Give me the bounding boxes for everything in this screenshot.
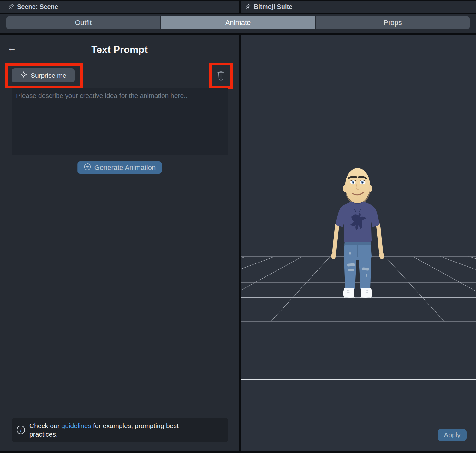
tab-animate[interactable]: Animate	[161, 16, 315, 29]
page-title: Text Prompt	[0, 44, 239, 56]
generate-animation-button[interactable]: Generate Animation	[77, 161, 162, 174]
scene-panel-title: Scene: Scene	[17, 3, 58, 10]
info-text-before: Check our	[29, 422, 62, 429]
tab-outfit[interactable]: Outfit	[6, 16, 160, 29]
surprise-me-label: Surprise me	[31, 72, 66, 79]
clear-prompt-button[interactable]	[214, 68, 228, 83]
ai-swirl-icon	[83, 163, 91, 172]
tab-row: Outfit Animate Props	[0, 14, 476, 33]
viewport-canvas	[241, 35, 476, 451]
3d-viewport[interactable]: Apply	[241, 35, 476, 451]
text-prompt-panel: ← Text Prompt Surprise me	[0, 35, 239, 451]
prompt-input[interactable]	[12, 88, 228, 155]
surprise-me-button[interactable]: Surprise me	[12, 68, 75, 82]
bitmoji-panel-title: Bitmoji Suite	[254, 3, 292, 10]
bitmoji-panel-titlebar: Bitmoji Suite	[241, 0, 476, 13]
tab-group: Outfit Animate Props	[6, 16, 470, 29]
pushpin-icon[interactable]	[244, 3, 251, 10]
guidelines-text: Check our guidelines for examples, promp…	[29, 421, 206, 438]
generate-animation-label: Generate Animation	[94, 164, 156, 172]
four-point-star-icon	[20, 71, 27, 80]
guidelines-info-box: i Check our guidelines for examples, pro…	[12, 418, 228, 442]
trash-icon	[216, 70, 226, 82]
scene-panel-titlebar: Scene: Scene	[0, 0, 239, 13]
tab-props[interactable]: Props	[316, 16, 470, 29]
guidelines-link[interactable]: guidelines	[62, 422, 92, 429]
info-circle-icon: i	[17, 426, 25, 434]
pushpin-icon[interactable]	[8, 3, 15, 10]
apply-button[interactable]: Apply	[438, 429, 467, 441]
